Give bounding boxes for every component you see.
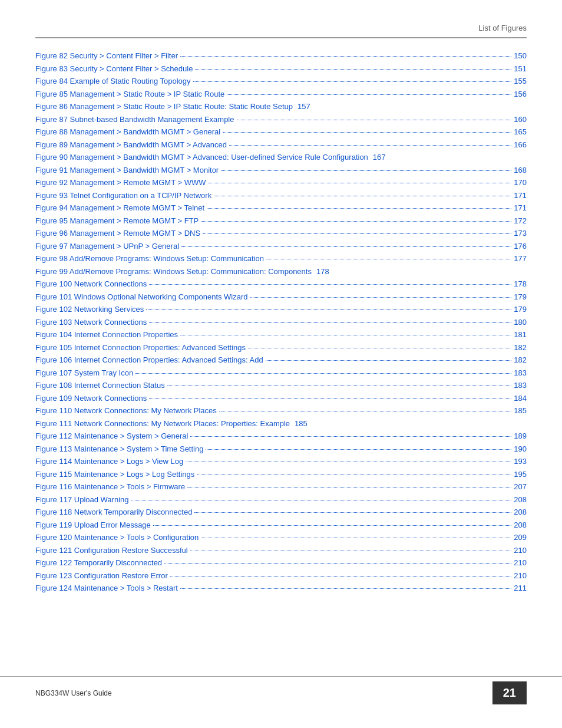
toc-dots [214,196,511,196]
toc-link[interactable]: Figure 113 Maintenance > System > Time S… [35,443,203,455]
toc-link[interactable]: Figure 85 Management > Static Route > IP… [35,88,224,100]
toc-page-number: 182 [514,342,527,354]
toc-link[interactable]: Figure 83 Security > Content Filter > Sc… [35,63,193,75]
toc-item: Figure 108 Internet Connection Status183 [35,380,527,391]
toc-page-number: 190 [514,443,527,455]
toc-link[interactable]: Figure 91 Management > Bandwidth MGMT > … [35,164,219,176]
toc-page-number: 178 [316,266,329,278]
toc-page-number: 211 [514,582,527,594]
toc-link[interactable]: Figure 111 Network Connections: My Netwo… [35,418,290,430]
toc-link[interactable]: Figure 117 Upload Warning [35,494,129,506]
toc-dots [149,284,511,285]
toc-link[interactable]: Figure 105 Internet Connection Propertie… [35,342,246,354]
toc-dots [203,233,511,234]
toc-link[interactable]: Figure 110 Network Connections: My Netwo… [35,405,217,417]
toc-item: Figure 112 Maintenance > System > Genera… [35,430,527,442]
toc-dots [186,462,511,462]
toc-item: Figure 111 Network Connections: My Netwo… [35,418,527,430]
toc-item: Figure 120 Maintenance > Tools > Configu… [35,532,527,543]
toc-link[interactable]: Figure 115 Maintenance > Logs > Log Sett… [35,469,194,480]
toc-page-number: 171 [514,202,527,214]
toc-link[interactable]: Figure 106 Internet Connection Propertie… [35,354,263,366]
toc-dots [248,348,511,348]
toc-link[interactable]: Figure 90 Management > Bandwidth MGMT > … [35,151,368,163]
toc-link[interactable]: Figure 82 Security > Content Filter > Fi… [35,50,178,62]
toc-item: Figure 116 Maintenance > Tools > Firmwar… [35,481,527,493]
toc-page-number: 166 [514,139,527,151]
toc-link[interactable]: Figure 96 Management > Remote MGMT > DNS [35,228,200,239]
toc-page-number: 160 [514,114,527,126]
toc-item: Figure 93 Telnet Configuration on a TCP/… [35,190,527,202]
toc-link[interactable]: Figure 121 Configuration Restore Success… [35,545,188,556]
toc-link[interactable]: Figure 120 Maintenance > Tools > Configu… [35,532,199,543]
toc-dots [229,145,511,146]
toc-page-number: 185 [514,405,527,417]
toc-page-number: 150 [514,50,527,62]
toc-item: Figure 87 Subnet-based Bandwidth Managem… [35,114,527,126]
toc-dots [167,386,512,386]
toc-link[interactable]: Figure 109 Network Connections [35,393,147,404]
toc-dots [180,56,511,57]
toc-item: Figure 106 Internet Connection Propertie… [35,354,527,366]
toc-dots [153,525,511,526]
toc-dots [164,563,511,564]
toc-item: Figure 121 Configuration Restore Success… [35,545,527,556]
toc-link[interactable]: Figure 95 Management > Remote MGMT > FTP [35,215,199,227]
toc-item: Figure 86 Management > Static Route > IP… [35,101,527,113]
toc-link[interactable]: Figure 103 Network Connections [35,317,147,328]
toc-page-number: 195 [514,469,527,480]
toc-page-number: 180 [514,317,527,328]
toc-link[interactable]: Figure 122 Temporarily Disconnected [35,557,162,569]
toc-link[interactable]: Figure 87 Subnet-based Bandwidth Managem… [35,114,234,126]
toc-link[interactable]: Figure 93 Telnet Configuration on a TCP/… [35,190,211,202]
toc-item: Figure 115 Maintenance > Logs > Log Sett… [35,469,527,480]
toc-dots [201,221,511,222]
toc-item: Figure 103 Network Connections180 [35,317,527,328]
toc-link[interactable]: Figure 99 Add/Remove Programs: Windows S… [35,266,312,278]
toc-link[interactable]: Figure 114 Maintenance > Logs > View Log [35,456,183,467]
toc-page-number: 209 [514,532,527,543]
toc-page-number: 208 [514,519,527,531]
toc-link[interactable]: Figure 112 Maintenance > System > Genera… [35,430,188,442]
toc-page-number: 167 [373,151,386,163]
toc-link[interactable]: Figure 86 Management > Static Route > IP… [35,101,293,113]
toc-item: Figure 105 Internet Connection Propertie… [35,342,527,354]
toc-link[interactable]: Figure 124 Maintenance > Tools > Restart [35,582,178,594]
toc-dots [146,309,511,310]
toc-page-number: 182 [514,354,527,366]
toc-item: Figure 85 Management > Static Route > IP… [35,88,527,100]
toc-link[interactable]: Figure 108 Internet Connection Status [35,380,165,391]
toc-dots [237,120,512,120]
toc-item: Figure 114 Maintenance > Logs > View Log… [35,456,527,467]
toc-link[interactable]: Figure 97 Management > UPnP > General [35,241,179,252]
toc-link[interactable]: Figure 88 Management > Bandwidth MGMT > … [35,126,220,138]
toc-item: Figure 119 Upload Error Message208 [35,519,527,531]
toc-page-number: 176 [514,241,527,252]
toc-link[interactable]: Figure 100 Network Connections [35,278,147,290]
toc-page-number: 189 [514,430,527,442]
toc-link[interactable]: Figure 84 Example of Static Routing Topo… [35,75,191,87]
toc-link[interactable]: Figure 107 System Tray Icon [35,367,133,379]
toc-link[interactable]: Figure 102 Networking Services [35,304,144,315]
toc-link[interactable]: Figure 89 Management > Bandwidth MGMT > … [35,139,227,151]
toc-link[interactable]: Figure 119 Upload Error Message [35,519,151,531]
toc-page-number: 185 [295,418,308,430]
toc-item: Figure 99 Add/Remove Programs: Windows S… [35,266,527,278]
toc-link[interactable]: Figure 118 Network Temporarily Disconnec… [35,506,192,518]
toc-link[interactable]: Figure 123 Configuration Restore Error [35,570,168,582]
toc-link[interactable]: Figure 94 Management > Remote MGMT > Tel… [35,202,204,214]
toc-dots [266,360,512,361]
toc-item: Figure 88 Management > Bandwidth MGMT > … [35,126,527,138]
toc-link[interactable]: Figure 101 Windows Optional Networking C… [35,291,248,303]
toc-link[interactable]: Figure 92 Management > Remote MGMT > WWW [35,177,206,189]
toc-page-number: 173 [514,228,527,239]
toc-item: Figure 122 Temporarily Disconnected210 [35,557,527,569]
toc-item: Figure 89 Management > Bandwidth MGMT > … [35,139,527,151]
toc-page-number: 178 [514,278,527,290]
toc-link[interactable]: Figure 98 Add/Remove Programs: Windows S… [35,253,264,265]
toc-dots [190,551,512,551]
toc-page-number: 183 [514,367,527,379]
toc-link[interactable]: Figure 116 Maintenance > Tools > Firmwar… [35,481,185,493]
toc-link[interactable]: Figure 104 Internet Connection Propertie… [35,329,178,341]
toc-page-number: 181 [514,329,527,341]
